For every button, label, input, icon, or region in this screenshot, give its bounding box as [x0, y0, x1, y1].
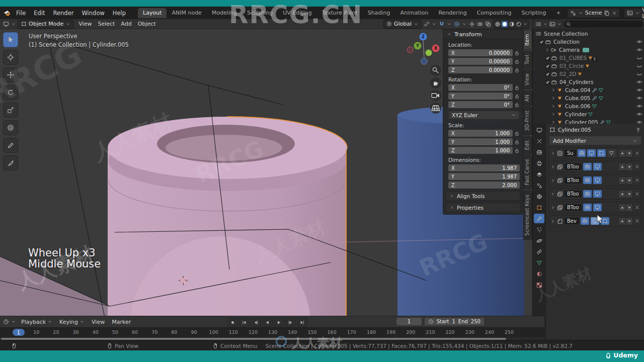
- lock-icon[interactable]: [514, 102, 520, 108]
- sidebar-tab-fast-carve[interactable]: Fast Carve: [523, 155, 532, 190]
- toggle-viewport-button[interactable]: [593, 190, 602, 198]
- toggle-viewport-button[interactable]: [593, 163, 602, 170]
- menu-help[interactable]: Help: [109, 9, 130, 18]
- snap-magnet-icon[interactable]: [439, 21, 445, 27]
- rotation-y-field[interactable]: Y0°: [448, 93, 513, 100]
- play-button[interactable]: [274, 318, 284, 327]
- lock-icon[interactable]: [514, 94, 520, 99]
- properties-tab-physics[interactable]: [534, 236, 544, 245]
- workspace-tab-compositing[interactable]: Compositing: [472, 8, 517, 18]
- outliner-row-04-cylinders[interactable]: 04_Cylinders: [533, 78, 644, 86]
- shading-wireframe-icon[interactable]: [495, 21, 501, 27]
- delete-modifier-icon[interactable]: [634, 150, 640, 156]
- outliner-editor-icon[interactable]: [535, 21, 541, 27]
- toggle-render-button[interactable]: [583, 190, 592, 198]
- timeline-menu-keying[interactable]: Keying: [56, 318, 88, 326]
- properties-tab-constraints[interactable]: [534, 247, 544, 256]
- expand-icon[interactable]: [550, 219, 555, 224]
- eye-toggle-icon[interactable]: [636, 111, 642, 117]
- proportional-editing-icon[interactable]: [454, 21, 460, 27]
- expand-icon[interactable]: [550, 178, 555, 183]
- properties-tab-particles[interactable]: [534, 225, 544, 234]
- checkbox-icon[interactable]: [545, 63, 550, 69]
- shading-material-icon[interactable]: [509, 21, 515, 27]
- outliner-row-collection[interactable]: Collection: [533, 38, 644, 46]
- axis-neg-z[interactable]: [421, 58, 427, 64]
- sidebar-tab-screencast-keys[interactable]: Screencast Keys: [523, 191, 532, 240]
- axis-neg-y[interactable]: [426, 50, 432, 56]
- expand-icon[interactable]: [551, 87, 556, 93]
- expand-icon[interactable]: [551, 112, 556, 117]
- tool-cursor-button[interactable]: [3, 50, 18, 65]
- toggle-render-button[interactable]: [578, 149, 586, 157]
- viewport-menu-view[interactable]: View: [75, 20, 95, 28]
- lock-icon[interactable]: [514, 59, 520, 64]
- mode-dropdown[interactable]: Object Mode: [18, 20, 73, 29]
- properties-tab-scene[interactable]: [534, 180, 544, 190]
- move-down-button[interactable]: [625, 191, 632, 198]
- expand-icon[interactable]: [545, 47, 550, 52]
- expand-icon[interactable]: [550, 205, 555, 210]
- timeline-menu-playback[interactable]: Playback: [18, 318, 55, 326]
- transform-panel-header[interactable]: Transform: [443, 30, 523, 39]
- modifier-btoo-1[interactable]: BToo: [548, 161, 642, 172]
- modifier-su-0[interactable]: Su: [548, 147, 642, 159]
- pan-button[interactable]: [430, 77, 441, 88]
- pin-icon[interactable]: [635, 127, 641, 133]
- outliner-row-01-cubes[interactable]: 01_CUBES3: [533, 54, 644, 62]
- lock-icon[interactable]: [514, 67, 520, 73]
- tool-transform-button[interactable]: [3, 120, 18, 135]
- sidebar-tab-edit[interactable]: Edit: [523, 136, 532, 154]
- workspace-tab-modeling[interactable]: Modeling: [207, 8, 242, 18]
- toggle-viewport-button[interactable]: [587, 149, 596, 157]
- checkbox-icon[interactable]: [545, 71, 550, 77]
- transform-orientation-dropdown[interactable]: Global: [383, 20, 422, 29]
- workspace-tab-shading[interactable]: Shading: [363, 8, 395, 18]
- tool-annotate-button[interactable]: [3, 138, 18, 153]
- expand-icon[interactable]: [550, 151, 555, 156]
- delete-modifier-icon[interactable]: [634, 177, 640, 183]
- editor-type-icon[interactable]: [3, 21, 9, 27]
- outliner-row-03-circle[interactable]: 03_Circle: [533, 62, 644, 70]
- properties-tab-world[interactable]: [534, 192, 544, 201]
- move-down-button[interactable]: [625, 204, 632, 211]
- workspace-tab-anim-node[interactable]: ANIM node: [167, 8, 206, 18]
- rotation-z-field[interactable]: Z0°: [448, 101, 513, 108]
- location-y-field[interactable]: Y0.00000: [448, 58, 513, 65]
- tool-measure-button[interactable]: [3, 155, 18, 170]
- timeline-ruler[interactable]: 1 10203040506070809010011012013014015016…: [0, 327, 544, 337]
- frame-range-fields[interactable]: Start 1 End 250: [425, 318, 484, 325]
- current-frame-marker[interactable]: 1: [13, 329, 25, 336]
- eye-toggle-icon[interactable]: [636, 55, 642, 61]
- jump-to-start-button[interactable]: [239, 318, 250, 327]
- lock-icon[interactable]: [514, 131, 520, 136]
- properties-tab-object[interactable]: [534, 203, 544, 212]
- zoom-button[interactable]: [430, 65, 441, 76]
- perspective-toggle-button[interactable]: [430, 103, 441, 114]
- scene-selector[interactable]: Scene: [567, 8, 620, 18]
- menu-edit[interactable]: Edit: [30, 9, 49, 18]
- move-down-button[interactable]: [625, 163, 632, 170]
- eye-toggle-icon[interactable]: [636, 79, 642, 85]
- properties-tab-modifiers[interactable]: [534, 214, 544, 223]
- show-overlays-icon[interactable]: [477, 21, 483, 27]
- delete-modifier-icon[interactable]: [634, 164, 640, 169]
- pivot-point-icon[interactable]: [424, 21, 430, 27]
- sidebar-tab-view[interactable]: View: [523, 69, 532, 89]
- new-scene-icon[interactable]: [604, 10, 610, 16]
- toggle-editmode-button[interactable]: [601, 217, 609, 225]
- viewport-menu-object[interactable]: Object: [135, 20, 159, 28]
- checkbox-icon[interactable]: [545, 55, 550, 61]
- menu-file[interactable]: File: [12, 9, 30, 18]
- toggle-xray-icon[interactable]: [485, 21, 491, 27]
- axis-neg-x[interactable]: [407, 47, 413, 53]
- eye-toggle-icon[interactable]: [636, 87, 642, 93]
- properties-tab-material[interactable]: [534, 269, 544, 279]
- toggle-viewport-button[interactable]: [593, 176, 602, 184]
- record-button[interactable]: [227, 318, 238, 327]
- properties-tab-editor-type[interactable]: [534, 125, 544, 135]
- tool-rotate-button[interactable]: [3, 85, 18, 100]
- modifier-btoo-3[interactable]: BToo: [548, 188, 642, 200]
- expand-icon[interactable]: [550, 164, 555, 169]
- properties-panel[interactable]: Properties: [446, 203, 520, 212]
